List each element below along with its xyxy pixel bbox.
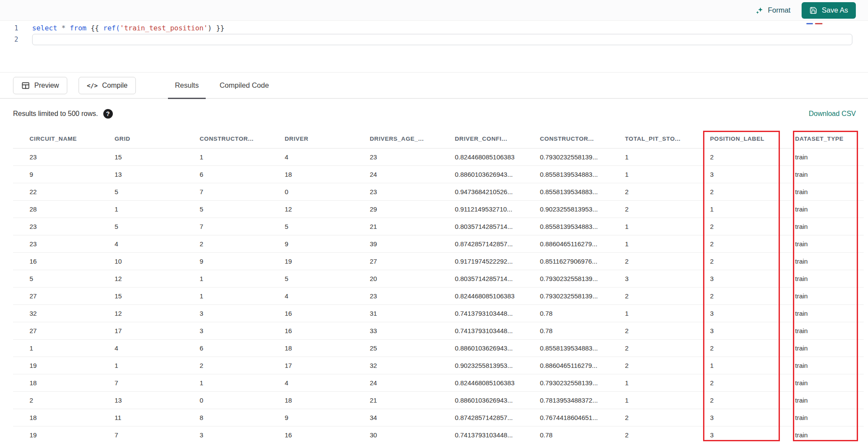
table-cell: 23	[353, 183, 438, 200]
table-cell: 17	[268, 357, 353, 374]
results-info-row: Results limited to 500 rows. ? Download …	[0, 99, 868, 130]
table-cell: 2	[608, 322, 694, 339]
table-cell: 9	[13, 165, 98, 183]
help-icon[interactable]: ?	[103, 109, 113, 119]
table-cell: 0.7930232558139...	[523, 374, 608, 391]
table-cell: train	[779, 322, 864, 339]
table-cell: 0.8035714285714...	[438, 218, 523, 235]
table-cell: 3	[694, 165, 779, 183]
table-cell: 10	[98, 252, 183, 270]
table-cell: 12	[268, 200, 353, 218]
table-cell: 1	[608, 165, 694, 183]
table-cell: 0.7413793103448...	[438, 304, 523, 322]
table-cell: 1	[183, 270, 268, 287]
table-cell: 6	[183, 339, 268, 357]
column-header: DRIVER	[268, 130, 353, 148]
table-cell: 9	[268, 409, 353, 426]
format-button[interactable]: Format	[755, 6, 790, 15]
table-cell: 1	[98, 357, 183, 374]
table-cell: train	[779, 426, 864, 443]
table-row: 271514230.8244680851063830.7930232558139…	[13, 287, 864, 304]
table-row: 197316300.7413793103448...0.7823train	[13, 426, 864, 443]
table-row: 18714240.8244680851063830.7930232558139.…	[13, 374, 864, 391]
table-cell: 1	[694, 200, 779, 218]
table-cell: 3	[694, 322, 779, 339]
format-label: Format	[768, 6, 790, 14]
table-cell: 22	[13, 183, 98, 200]
table-row: 1610919270.9171974522292...0.85116279069…	[13, 252, 864, 270]
tab-results[interactable]: Results	[164, 73, 209, 99]
table-cell: 2	[694, 183, 779, 200]
download-csv-link[interactable]: Download CSV	[809, 110, 856, 118]
table-row: 181189340.8742857142857...0.767441860465…	[13, 409, 864, 426]
table-cell: 2	[608, 252, 694, 270]
table-cell: 2	[694, 148, 779, 165]
table-cell: 32	[353, 357, 438, 374]
table-cell: 0.9171974522292...	[438, 252, 523, 270]
table-cell: train	[779, 218, 864, 235]
column-header: TOTAL_PIT_STO...	[608, 130, 694, 148]
table-cell: 23	[353, 287, 438, 304]
code-token: 'train_test_position'	[120, 24, 207, 32]
line-number-gutter: 12	[0, 23, 22, 72]
table-cell: 16	[268, 322, 353, 339]
results-action-row: Preview </> Compile ResultsCompiled Code	[0, 73, 868, 99]
line-number: 1	[0, 23, 18, 34]
table-cell: 23	[13, 148, 98, 165]
table-cell: 30	[353, 426, 438, 443]
table-cell: 2	[694, 391, 779, 409]
results-panel: Preview </> Compile ResultsCompiled Code…	[0, 73, 868, 443]
save-icon	[809, 7, 817, 14]
table-cell: 0.8860465116279...	[523, 357, 608, 374]
table-row: 191217320.9023255813953...0.886046511627…	[13, 357, 864, 374]
table-cell: 0.78	[523, 304, 608, 322]
table-cell: 0	[183, 391, 268, 409]
preview-button[interactable]: Preview	[13, 77, 67, 94]
results-table-container: CIRCUIT_NAMEGRIDCONSTRUCTOR...DRIVERDRIV…	[0, 130, 868, 443]
table-cell: 0.9112149532710...	[438, 200, 523, 218]
table-cell: 2	[694, 339, 779, 357]
table-cell: 18	[13, 374, 98, 391]
table-cell: 27	[353, 252, 438, 270]
table-cell: train	[779, 374, 864, 391]
table-row: 231514230.8244680851063830.7930232558139…	[13, 148, 864, 165]
table-row: 281512290.9112149532710...0.902325581395…	[13, 200, 864, 218]
table-row: 23429390.8742857142857...0.8860465116279…	[13, 235, 864, 252]
table-cell: train	[779, 357, 864, 374]
code-editor[interactable]: 12 select * from {{ ref('train_test_posi…	[0, 21, 868, 72]
table-row: 913618240.8860103626943...0.855813953488…	[13, 165, 864, 183]
table-cell: 0.8860103626943...	[438, 165, 523, 183]
table-cell: train	[779, 235, 864, 252]
table-cell: 2	[608, 183, 694, 200]
code-lines: select * from {{ ref('train_test_positio…	[22, 23, 868, 72]
save-as-button[interactable]: Save As	[802, 2, 856, 19]
tab-compiled-code[interactable]: Compiled Code	[209, 73, 279, 99]
table-cell: 2	[608, 287, 694, 304]
table-cell: 16	[13, 252, 98, 270]
sql-editor-section: Format Save As 12 select * from {{	[0, 0, 868, 73]
code-token: from	[70, 24, 87, 32]
table-cell: 6	[183, 165, 268, 183]
table-cell: 0.824468085106383	[438, 287, 523, 304]
table-cell: 18	[268, 165, 353, 183]
table-row: 22570230.9473684210526...0.8558139534883…	[13, 183, 864, 200]
compile-button[interactable]: </> Compile	[79, 77, 136, 94]
table-cell: 23	[353, 148, 438, 165]
table-cell: 32	[13, 304, 98, 322]
table-cell: 8	[183, 409, 268, 426]
column-header: GRID	[98, 130, 183, 148]
code-brackets-icon: </>	[87, 82, 98, 89]
table-cell: 21	[353, 391, 438, 409]
table-cell: 31	[353, 304, 438, 322]
table-cell: 1	[98, 200, 183, 218]
table-cell: 5	[98, 183, 183, 200]
column-header: POSITION_LABEL	[694, 130, 779, 148]
dbt-ide-root: Format Save As 12 select * from {{	[0, 0, 868, 443]
table-cell: 0	[268, 183, 353, 200]
table-cell: 2	[608, 200, 694, 218]
table-cell: train	[779, 252, 864, 270]
table-cell: 0.9473684210526...	[438, 183, 523, 200]
table-cell: 25	[353, 339, 438, 357]
table-cell: 2	[608, 339, 694, 357]
line-number: 2	[0, 34, 18, 45]
